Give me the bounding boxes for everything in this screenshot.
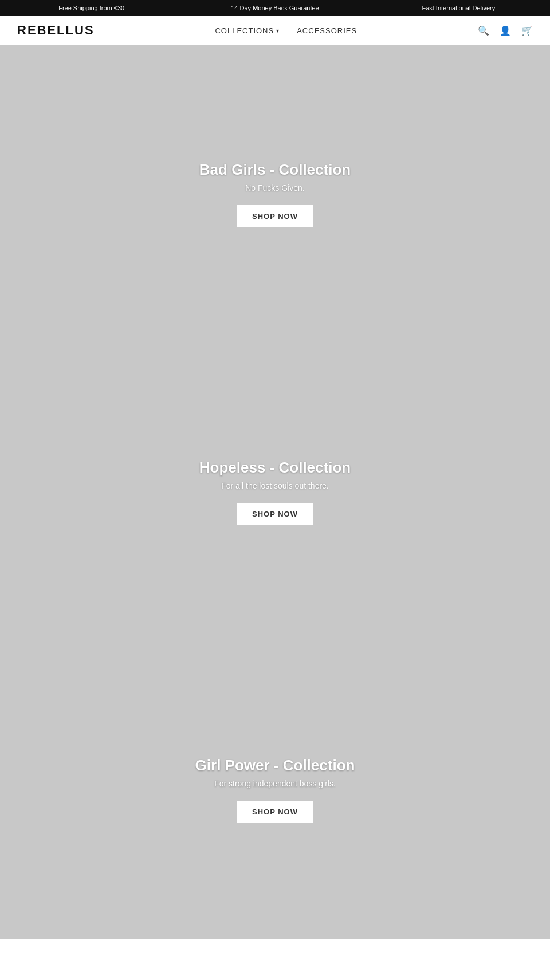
nav-accessories[interactable]: ACCESSORIES — [297, 26, 357, 35]
hopeless-banner: Hopeless - Collection For all the lost s… — [0, 343, 550, 641]
girl-power-banner: Girl Power - Collection For strong indep… — [0, 641, 550, 939]
main-nav: COLLECTIONS ▾ ACCESSORIES — [215, 26, 357, 35]
hopeless-title: Hopeless - Collection — [199, 459, 351, 477]
girl-power-subtitle: For strong independent boss girls. — [214, 779, 336, 788]
chevron-down-icon: ▾ — [276, 27, 280, 34]
logo[interactable]: REBELLUS — [17, 23, 95, 38]
bad-girls-banner: Bad Girls - Collection No Fucks Given. S… — [0, 45, 550, 343]
bad-girls-title: Bad Girls - Collection — [199, 161, 351, 179]
announcement-returns: 14 Day Money Back Guarantee — [183, 5, 366, 11]
header-icons: 🔍 👤 🛒 — [478, 25, 533, 36]
bad-girls-shop-btn[interactable]: SHOP NOW — [237, 205, 313, 227]
girl-power-title: Girl Power - Collection — [195, 757, 355, 774]
bad-girls-subtitle: No Fucks Given. — [245, 183, 304, 192]
announcement-shipping: Free Shipping from €30 — [0, 5, 183, 11]
spacer — [0, 939, 550, 980]
site-header: REBELLUS COLLECTIONS ▾ ACCESSORIES 🔍 👤 🛒 — [0, 16, 550, 45]
account-icon[interactable]: 👤 — [500, 25, 511, 36]
girl-power-shop-btn[interactable]: SHOP NOW — [237, 801, 313, 823]
announcement-delivery: Fast International Delivery — [367, 5, 550, 11]
cart-icon[interactable]: 🛒 — [521, 25, 533, 36]
hopeless-shop-btn[interactable]: SHOP NOW — [237, 503, 313, 525]
nav-collections[interactable]: COLLECTIONS ▾ — [215, 26, 280, 35]
hopeless-subtitle: For all the lost souls out there. — [221, 481, 329, 490]
announcement-bar: Free Shipping from €30 14 Day Money Back… — [0, 0, 550, 16]
search-icon[interactable]: 🔍 — [478, 25, 489, 36]
